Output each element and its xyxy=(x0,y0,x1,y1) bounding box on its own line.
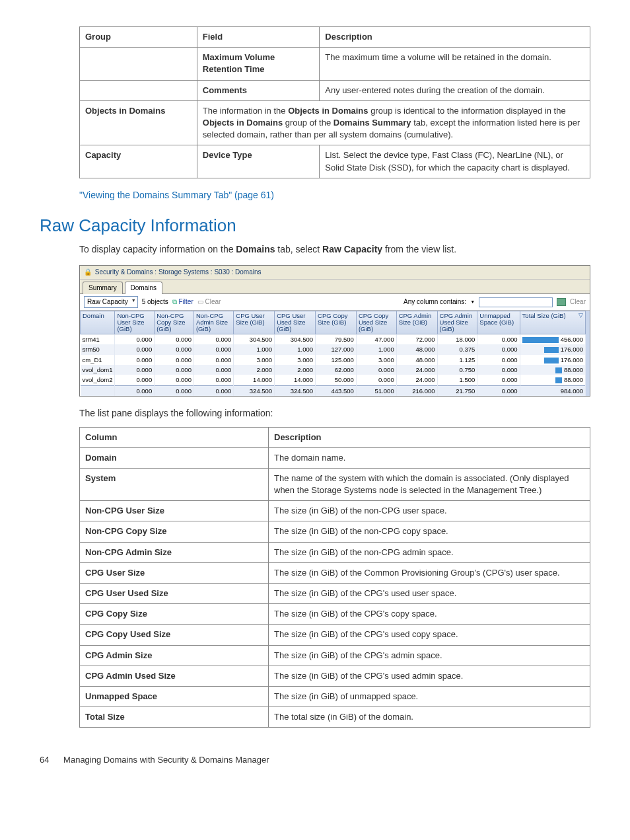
cell-field: Comments xyxy=(197,80,320,100)
size-bar xyxy=(544,358,558,363)
cross-ref-link[interactable]: "Viewing the Domains Summary Tab" (page … xyxy=(79,189,590,202)
cell-group: Objects in Domains xyxy=(80,100,197,145)
cell-value: 1.500 xyxy=(437,375,477,385)
tab-bar: Summary Domains xyxy=(80,280,590,293)
cell-value: 127.000 xyxy=(316,344,357,354)
cell-blank xyxy=(81,385,115,396)
cell-value: 0.000 xyxy=(193,375,233,385)
grid-row[interactable]: cm_D10.0000.0000.0003.0003.000125.0003.0… xyxy=(81,355,586,365)
cell-value: 1.000 xyxy=(356,344,396,354)
cell-value: 48.000 xyxy=(396,344,437,354)
grid-col-header[interactable]: Non-CPG User Size (GiB) xyxy=(115,311,155,334)
view-dropdown[interactable]: Raw Capacity xyxy=(84,296,138,308)
grid-col-header[interactable]: CPG Admin Used Size (GiB) xyxy=(437,311,477,334)
cell-column-desc: The size (in GiB) of the non-CPG user sp… xyxy=(269,501,590,521)
grid-col-header[interactable]: CPG Admin Size (GiB) xyxy=(396,311,437,334)
cell-total-value: 21.750 xyxy=(437,385,477,396)
cell-value: 304.500 xyxy=(234,334,275,345)
app-screenshot: 🔒 Security & Domains : Storage Systems :… xyxy=(79,265,590,397)
cell-column-name: CPG Copy Size xyxy=(80,604,269,625)
tab-domains[interactable]: Domains xyxy=(125,282,162,294)
breadcrumb: Security & Domains : Storage Systems : S… xyxy=(95,268,262,276)
footer-title: Managing Domains with Security & Domains… xyxy=(63,755,269,765)
cell-column-desc: The total size (in GiB) of the domain. xyxy=(269,707,590,728)
cell-column-name: Unmapped Space xyxy=(80,686,269,706)
search-input[interactable] xyxy=(479,297,553,307)
cell-column-name: Non-CPG Admin Size xyxy=(80,542,269,562)
clear-search-link[interactable]: Clear xyxy=(570,297,586,307)
cell-column-name: CPG Admin Size xyxy=(80,645,269,666)
cell-column-desc: The size (in GiB) of unmapped space. xyxy=(269,686,590,706)
cell-value: 0.000 xyxy=(155,355,194,365)
chevron-down-icon[interactable]: ▼ xyxy=(470,299,475,305)
grid-col-header[interactable]: Domain xyxy=(81,311,115,334)
cell-value: 0.000 xyxy=(115,344,155,354)
cell-column-desc: The domain name. xyxy=(269,447,590,468)
clear-filter-link[interactable]: ▭ Clear xyxy=(197,297,221,307)
cell-value: 304.500 xyxy=(275,334,316,345)
capacity-grid: DomainNon-CPG User Size (GiB)Non-CPG Cop… xyxy=(80,311,586,396)
cell-total-value: 0.000 xyxy=(115,385,155,396)
cell-column-desc: The size (in GiB) of the Common Provisio… xyxy=(269,562,590,583)
cell-column-name: Domain xyxy=(80,447,269,468)
cell-value: 0.000 xyxy=(477,375,520,385)
cell-value: 1.000 xyxy=(275,344,316,354)
columns-icon[interactable] xyxy=(557,298,566,306)
grid-col-header[interactable]: CPG Copy Size (GiB) xyxy=(316,311,357,334)
grid-row[interactable]: srm500.0000.0000.0001.0001.000127.0001.0… xyxy=(81,344,586,354)
cell-value: 0.000 xyxy=(193,334,233,345)
cell-column-name: Non-CPG Copy Size xyxy=(80,521,269,542)
grid-col-header[interactable]: Unmapped Space (GiB) xyxy=(477,311,520,334)
cell-total-value: 0.000 xyxy=(193,385,233,396)
size-bar xyxy=(544,347,558,353)
grid-col-header[interactable]: CPG User Size (GiB) xyxy=(234,311,275,334)
grid-row[interactable]: srm410.0000.0000.000304.500304.50079.500… xyxy=(81,334,586,345)
cell-column-desc: The size (in GiB) of the CPG's used user… xyxy=(269,584,590,604)
grid-row[interactable]: vvol_dom10.0000.0000.0002.0002.00062.000… xyxy=(81,365,586,375)
search-label: Any column contains: xyxy=(403,297,466,307)
filter-link[interactable]: ⧉ Filter xyxy=(172,297,193,307)
th-group: Group xyxy=(80,27,197,48)
grid-col-header[interactable]: Total Size (GiB) xyxy=(520,311,585,334)
cell-grand-total: 984.000 xyxy=(520,385,585,396)
cell-value: 0.000 xyxy=(155,344,194,354)
cell-column-desc: The size (in GiB) of the non-CPG copy sp… xyxy=(269,521,590,542)
cell-field: Maximum Volume Retention Time xyxy=(197,48,320,80)
cell-value: 18.000 xyxy=(437,334,477,345)
column-desc-table: Column Description DomainThe domain name… xyxy=(79,427,590,728)
cell-desc: List. Select the device type, Fast Class… xyxy=(320,145,590,178)
cell-value: 47.000 xyxy=(356,334,396,345)
cell-value: 2.000 xyxy=(275,365,316,375)
grid-row[interactable]: vvol_dom20.0000.0000.00014.00014.00050.0… xyxy=(81,375,586,385)
cell-column-name: Total Size xyxy=(80,707,269,728)
cell-value: 24.000 xyxy=(396,365,437,375)
cell-column-desc: The size (in GiB) of the CPG's used admi… xyxy=(269,666,590,686)
cell-column-desc: The size (in GiB) of the CPG's admin spa… xyxy=(269,645,590,666)
cell-domain-name: srm50 xyxy=(81,344,115,354)
cell-total-value: 216.000 xyxy=(396,385,437,396)
cell-value: 1.000 xyxy=(234,344,275,354)
cell-value: 0.000 xyxy=(356,375,396,385)
cell-group xyxy=(80,80,197,100)
cell-value: 0.000 xyxy=(477,344,520,354)
cell-total: 456.000 xyxy=(520,334,585,345)
cell-column-name: Non-CPG User Size xyxy=(80,501,269,521)
cell-column-name: CPG Admin Used Size xyxy=(80,666,269,686)
cell-value: 50.000 xyxy=(316,375,357,385)
grid-col-header[interactable]: Non-CPG Admin Size (GiB) xyxy=(193,311,233,334)
cell-value: 0.000 xyxy=(155,365,194,375)
grid-col-header[interactable]: CPG Copy Used Size (GiB) xyxy=(356,311,396,334)
grid-col-header[interactable]: CPG User Used Size (GiB) xyxy=(275,311,316,334)
cell-total: 88.000 xyxy=(520,365,585,375)
window-title: 🔒 Security & Domains : Storage Systems :… xyxy=(80,266,590,280)
cell-domain-name: vvol_dom1 xyxy=(81,365,115,375)
grid-col-header[interactable]: Non-CPG Copy Size (GiB) xyxy=(155,311,194,334)
cell-domain-name: vvol_dom2 xyxy=(81,375,115,385)
size-bar xyxy=(555,377,562,383)
group-field-desc-table: Group Field Description Maximum Volume R… xyxy=(79,26,590,178)
cell-column-desc: The size (in GiB) of the CPG's copy spac… xyxy=(269,604,590,625)
object-count: 5 objects xyxy=(142,297,168,307)
tab-summary[interactable]: Summary xyxy=(83,282,123,294)
cell-desc: The maximum time a volume will be retain… xyxy=(320,48,590,80)
cell-column-name: CPG User Size xyxy=(80,562,269,583)
